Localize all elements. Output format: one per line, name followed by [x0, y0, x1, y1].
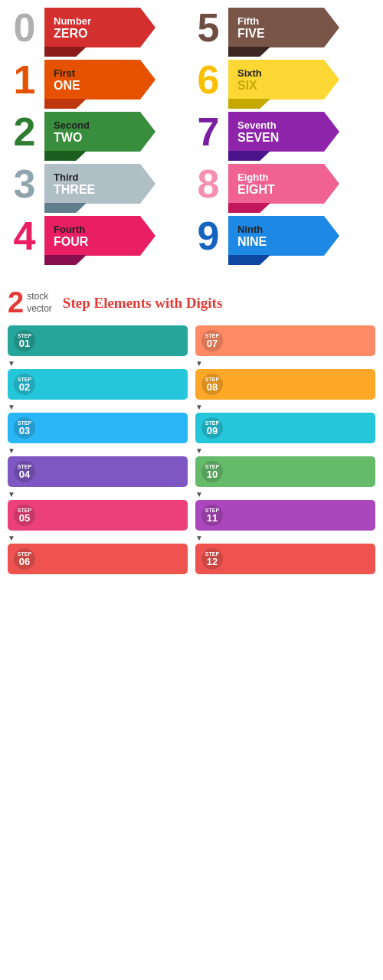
- banner-title: Step Elements with Digits: [63, 295, 222, 312]
- step-circle-6: STEP 06: [14, 548, 35, 570]
- step-item-6: STEP 06: [8, 544, 188, 574]
- arrow-item-3: 3 Third THREE: [8, 164, 192, 204]
- arrow-label-2: Second: [54, 119, 90, 131]
- step-item-5: STEP 05: [8, 500, 188, 531]
- arrow-item-4: 4 Fourth FOUR: [8, 216, 192, 256]
- step-arrow-7: ▼: [195, 359, 375, 368]
- arrow-fold-7: [228, 151, 270, 161]
- arrow-num-5: 5: [192, 8, 225, 47]
- arrow-text-3: Third THREE: [54, 172, 95, 197]
- arrows-left-col: 0 Number ZERO 1 First ONE: [8, 8, 192, 268]
- step-circle-5: STEP 05: [14, 505, 35, 526]
- step-box-2: STEP 02: [8, 369, 188, 400]
- step-num-2: 02: [19, 382, 30, 392]
- arrow-fold-1: [44, 99, 87, 109]
- steps-section: STEP 01 ▼ STEP 02 ▼ STEP 03: [0, 325, 383, 583]
- step-arrow-4: ▼: [8, 490, 188, 498]
- step-box-7: STEP 07: [195, 325, 375, 356]
- arrow-wrap-9: Ninth NINE: [228, 216, 339, 256]
- arrow-body-9: Ninth NINE: [228, 216, 339, 256]
- step-arrow-10: ▼: [195, 490, 375, 498]
- arrow-item-5: 5 Fifth FIVE: [192, 8, 375, 47]
- step-item-4: STEP 04: [8, 456, 188, 487]
- arrow-num-1: 1: [8, 60, 41, 100]
- arrow-wrap-8: Eighth EIGHT: [228, 164, 339, 204]
- step-box-10: STEP 10: [195, 456, 375, 487]
- steps-right-col: STEP 07 ▼ STEP 08 ▼ STEP 09: [195, 325, 375, 576]
- arrow-wrap-2: Second TWO: [44, 112, 155, 152]
- arrow-text-5: Fifth FIVE: [237, 15, 265, 41]
- arrow-fold-9: [228, 255, 270, 265]
- arrow-value-3: THREE: [54, 183, 95, 197]
- arrow-value-0: ZERO: [54, 27, 91, 41]
- arrow-label-3: Third: [54, 172, 95, 183]
- arrow-body-2: Second TWO: [44, 112, 155, 152]
- arrow-item-2: 2 Second TWO: [8, 112, 192, 152]
- arrow-body-8: Eighth EIGHT: [228, 164, 339, 204]
- arrow-fold-6: [228, 99, 270, 109]
- arrow-num-3: 3: [8, 164, 41, 204]
- step-num-10: 10: [207, 469, 218, 479]
- arrow-item-7: 7 Seventh SEVEN: [192, 112, 375, 152]
- arrow-value-4: FOUR: [54, 235, 88, 249]
- arrow-value-9: NINE: [237, 235, 267, 249]
- arrow-num-4: 4: [8, 216, 41, 256]
- arrow-label-4: Fourth: [54, 224, 88, 235]
- step-box-12: STEP 12: [195, 544, 375, 574]
- step-item-8: STEP 08: [195, 369, 375, 400]
- step-circle-11: STEP 11: [201, 505, 223, 526]
- arrow-num-9: 9: [192, 216, 225, 256]
- arrow-wrap-6: Sixth SIX: [228, 60, 339, 100]
- arrow-fold-8: [228, 203, 270, 213]
- step-circle-3: STEP 03: [14, 417, 35, 439]
- arrow-wrap-1: First ONE: [44, 60, 155, 100]
- step-num-7: 07: [207, 338, 218, 348]
- step-box-6: STEP 06: [8, 544, 188, 574]
- arrow-item-6: 6 Sixth SIX: [192, 60, 375, 100]
- arrow-item-9: 9 Ninth NINE: [192, 216, 375, 256]
- arrow-body-6: Sixth SIX: [228, 60, 339, 100]
- arrow-num-0: 0: [8, 8, 41, 47]
- arrow-fold-2: [44, 151, 87, 161]
- arrow-wrap-3: Third THREE: [44, 164, 155, 204]
- banner-stock-text: stock vector: [27, 291, 52, 315]
- step-circle-9: STEP 09: [201, 417, 223, 439]
- banner-section: 2 stock vector Step Elements with Digits: [0, 280, 383, 325]
- step-box-3: STEP 03: [8, 413, 188, 443]
- step-circle-10: STEP 10: [201, 461, 223, 482]
- step-box-1: STEP 01: [8, 325, 188, 356]
- arrow-item-0: 0 Number ZERO: [8, 8, 192, 47]
- arrow-wrap-5: Fifth FIVE: [228, 8, 339, 47]
- arrow-wrap-4: Fourth FOUR: [44, 216, 155, 256]
- arrow-text-1: First ONE: [54, 67, 80, 93]
- arrow-body-5: Fifth FIVE: [228, 8, 339, 47]
- arrow-value-8: EIGHT: [237, 183, 275, 197]
- arrows-section: 0 Number ZERO 1 First ONE: [0, 0, 383, 276]
- arrow-text-2: Second TWO: [54, 119, 90, 145]
- arrow-text-9: Ninth NINE: [237, 224, 267, 249]
- step-num-11: 11: [207, 513, 218, 523]
- arrow-num-8: 8: [192, 164, 225, 204]
- step-item-9: STEP 09: [195, 413, 375, 443]
- step-arrow-9: ▼: [195, 446, 375, 455]
- arrow-num-2: 2: [8, 112, 41, 152]
- arrow-body-3: Third THREE: [44, 164, 155, 204]
- step-item-1: STEP 01: [8, 325, 188, 356]
- arrow-text-7: Seventh SEVEN: [237, 119, 279, 145]
- arrow-wrap-7: Seventh SEVEN: [228, 112, 339, 152]
- arrow-body-0: Number ZERO: [44, 8, 155, 47]
- arrow-text-8: Eighth EIGHT: [237, 172, 275, 197]
- arrow-value-6: SIX: [237, 79, 262, 93]
- arrow-body-1: First ONE: [44, 60, 155, 100]
- step-item-12: STEP 12: [195, 544, 375, 574]
- arrow-fold-3: [44, 203, 87, 213]
- arrow-fold-5: [228, 47, 270, 57]
- step-box-9: STEP 09: [195, 413, 375, 443]
- arrow-value-5: FIVE: [237, 27, 265, 41]
- step-arrow-8: ▼: [195, 403, 375, 411]
- arrow-label-0: Number: [54, 15, 91, 27]
- step-box-8: STEP 08: [195, 369, 375, 400]
- step-arrow-1: ▼: [8, 359, 188, 368]
- step-box-11: STEP 11: [195, 500, 375, 531]
- arrow-label-9: Ninth: [237, 224, 267, 235]
